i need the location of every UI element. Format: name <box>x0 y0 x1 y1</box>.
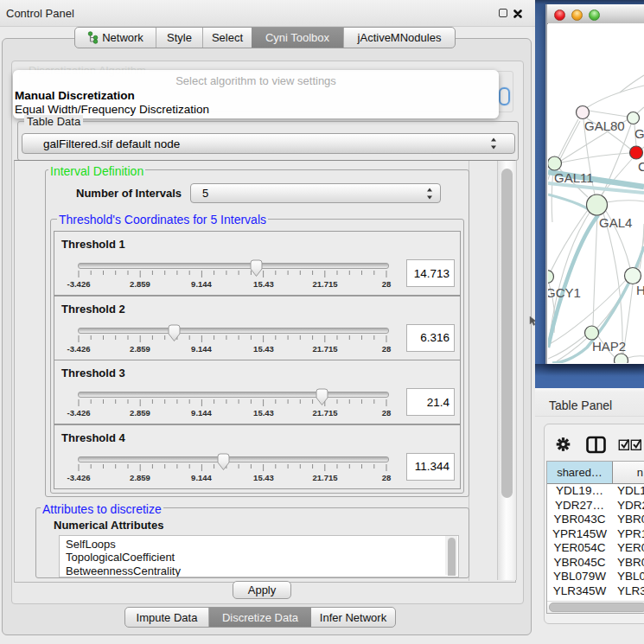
svg-text:GAL11: GAL11 <box>554 170 594 185</box>
svg-text:H: H <box>636 283 644 297</box>
svg-text:GA: GA <box>634 126 644 141</box>
svg-text:GAL4: GAL4 <box>599 215 632 230</box>
svg-text:GCY1: GCY1 <box>548 285 581 300</box>
svg-text:GAL80: GAL80 <box>584 118 625 133</box>
svg-text:C: C <box>638 159 644 174</box>
svg-text:HAP2: HAP2 <box>592 339 626 354</box>
